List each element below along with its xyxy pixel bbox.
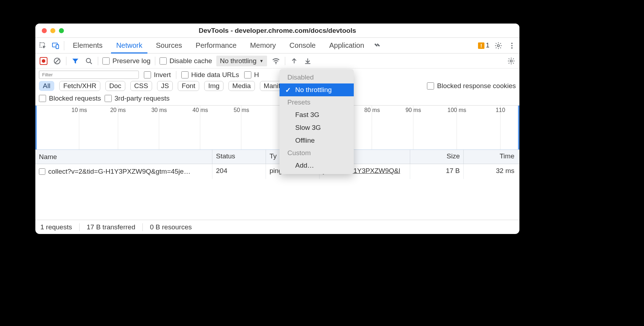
separator bbox=[66, 57, 66, 65]
tab-console[interactable]: Console bbox=[285, 39, 321, 52]
type-pill-all[interactable]: All bbox=[39, 81, 54, 91]
third-party-label: 3rd-party requests bbox=[115, 95, 170, 102]
blocked-requests-checkbox[interactable]: Blocked requests bbox=[39, 95, 101, 102]
download-har-icon[interactable] bbox=[303, 56, 312, 66]
request-status: 204 bbox=[212, 164, 266, 179]
timeline-tick: 10 ms bbox=[79, 106, 79, 149]
issues-count: 1 bbox=[486, 42, 489, 49]
type-pill-media[interactable]: Media bbox=[228, 81, 255, 91]
invert-label: Invert bbox=[154, 71, 171, 79]
separator bbox=[98, 57, 98, 65]
invert-checkbox[interactable]: Invert bbox=[144, 71, 171, 79]
timeline-handle-left[interactable] bbox=[35, 106, 37, 149]
requests-table-body: collect?v=2&tid=G-H1Y3PXZW9Q&gtm=45je… 2… bbox=[35, 164, 519, 220]
preserve-log-checkbox[interactable]: Preserve log bbox=[102, 57, 151, 65]
status-transferred: 17 B transferred bbox=[87, 223, 135, 231]
svg-point-9 bbox=[86, 58, 91, 62]
issues-badge[interactable]: ! 1 bbox=[478, 42, 489, 49]
more-tabs-chevron-icon[interactable] bbox=[373, 41, 382, 50]
throttling-option-offline[interactable]: Offline bbox=[280, 134, 354, 147]
svg-line-10 bbox=[90, 62, 92, 64]
tab-network[interactable]: Network bbox=[111, 39, 147, 54]
timeline-tick: 90 ms bbox=[413, 106, 413, 149]
separator bbox=[64, 41, 64, 50]
hide-data-urls-checkbox[interactable]: Hide data URLs bbox=[181, 71, 239, 79]
disable-cache-checkbox[interactable]: Disable cache bbox=[160, 57, 212, 65]
tab-sources[interactable]: Sources bbox=[151, 39, 187, 52]
type-pill-js[interactable]: JS bbox=[157, 81, 173, 91]
timeline-tick: 40 ms bbox=[200, 106, 200, 149]
tab-application[interactable]: Application bbox=[324, 39, 369, 52]
timeline-tick: 30 ms bbox=[159, 106, 159, 149]
col-header-status[interactable]: Status bbox=[212, 150, 266, 164]
type-pill-img[interactable]: Img bbox=[204, 81, 223, 91]
filter-toggle-icon[interactable] bbox=[71, 56, 80, 66]
throttling-dropdown[interactable]: No throttling ▼ bbox=[216, 56, 267, 66]
col-header-time[interactable]: Time bbox=[464, 150, 519, 164]
throttling-option-add[interactable]: Add… bbox=[280, 159, 354, 172]
timeline-tick: 50 ms bbox=[241, 106, 241, 149]
network-conditions-icon[interactable] bbox=[271, 56, 281, 66]
tab-memory[interactable]: Memory bbox=[245, 39, 281, 52]
panel-settings-gear-icon[interactable] bbox=[507, 56, 516, 66]
svg-point-4 bbox=[511, 42, 513, 44]
tab-performance[interactable]: Performance bbox=[191, 39, 242, 52]
main-tab-strip: Elements Network Sources Performance Mem… bbox=[35, 38, 519, 54]
svg-line-8 bbox=[55, 58, 60, 63]
blocked-requests-label: Blocked requests bbox=[49, 95, 101, 102]
separator bbox=[79, 223, 80, 231]
svg-rect-2 bbox=[56, 45, 59, 49]
throttling-option-fast-3g[interactable]: Fast 3G bbox=[280, 108, 354, 121]
third-party-checkbox[interactable]: 3rd-party requests bbox=[105, 95, 170, 102]
issues-warning-icon: ! bbox=[478, 42, 484, 49]
separator bbox=[176, 71, 176, 79]
throttling-menu: Disabled No throttling Presets Fast 3G S… bbox=[280, 69, 354, 174]
titlebar: DevTools - developer.chrome.com/docs/dev… bbox=[35, 24, 519, 38]
record-button[interactable] bbox=[39, 56, 48, 66]
type-pill-doc[interactable]: Doc bbox=[105, 81, 125, 91]
clear-button[interactable] bbox=[52, 56, 62, 66]
tab-elements[interactable]: Elements bbox=[68, 39, 107, 52]
settings-gear-icon[interactable] bbox=[494, 41, 503, 50]
close-window-button[interactable] bbox=[42, 28, 47, 33]
zoom-window-button[interactable] bbox=[59, 28, 64, 33]
status-resources: 0 B resources bbox=[150, 223, 192, 231]
kebab-menu-icon[interactable] bbox=[507, 41, 517, 50]
table-row[interactable]: collect?v=2&tid=G-H1Y3PXZW9Q&gtm=45je… 2… bbox=[35, 164, 519, 179]
resource-type-filters: All Fetch/XHR Doc CSS JS Font Img Media … bbox=[35, 81, 519, 93]
svg-point-5 bbox=[511, 45, 513, 46]
blocked-response-cookies-checkbox[interactable]: Blocked response cookies bbox=[427, 82, 516, 90]
svg-point-11 bbox=[276, 63, 277, 64]
svg-point-6 bbox=[511, 47, 513, 49]
inspect-element-icon[interactable] bbox=[38, 41, 47, 50]
separator bbox=[285, 57, 285, 65]
request-time: 32 ms bbox=[464, 164, 519, 179]
minimize-window-button[interactable] bbox=[50, 28, 55, 33]
truncated-checkbox-label: H bbox=[254, 71, 259, 79]
svg-point-3 bbox=[497, 45, 499, 47]
dropdown-triangle-icon: ▼ bbox=[259, 58, 263, 63]
timeline-tick: 20 ms bbox=[118, 106, 118, 149]
filter-row: Invert Hide data URLs H bbox=[35, 68, 519, 81]
devtools-window: DevTools - developer.chrome.com/docs/dev… bbox=[35, 24, 519, 234]
col-header-name[interactable]: Name bbox=[35, 150, 212, 164]
separator bbox=[142, 223, 143, 231]
col-header-size[interactable]: Size bbox=[410, 150, 464, 164]
hide-data-urls-label: Hide data URLs bbox=[191, 71, 239, 79]
device-toolbar-icon[interactable] bbox=[51, 41, 60, 50]
truncated-checkbox[interactable]: H bbox=[244, 71, 259, 79]
upload-har-icon[interactable] bbox=[290, 56, 299, 66]
throttling-option-slow-3g[interactable]: Slow 3G bbox=[280, 121, 354, 134]
extra-filters-row: Blocked requests 3rd-party requests bbox=[35, 93, 519, 106]
overview-timeline[interactable]: 10 ms 20 ms 30 ms 40 ms 50 ms 80 ms 90 m… bbox=[35, 106, 519, 150]
type-pill-font[interactable]: Font bbox=[178, 81, 199, 91]
filter-input[interactable] bbox=[39, 71, 139, 79]
row-checkbox[interactable] bbox=[39, 168, 45, 175]
window-title: DevTools - developer.chrome.com/docs/dev… bbox=[199, 27, 356, 35]
throttling-option-no-throttling[interactable]: No throttling bbox=[280, 83, 354, 96]
separator bbox=[155, 57, 155, 65]
timeline-handle-right[interactable] bbox=[518, 106, 519, 149]
type-pill-css[interactable]: CSS bbox=[130, 81, 152, 91]
type-pill-fetchxhr[interactable]: Fetch/XHR bbox=[59, 81, 100, 91]
search-icon[interactable] bbox=[84, 56, 94, 66]
